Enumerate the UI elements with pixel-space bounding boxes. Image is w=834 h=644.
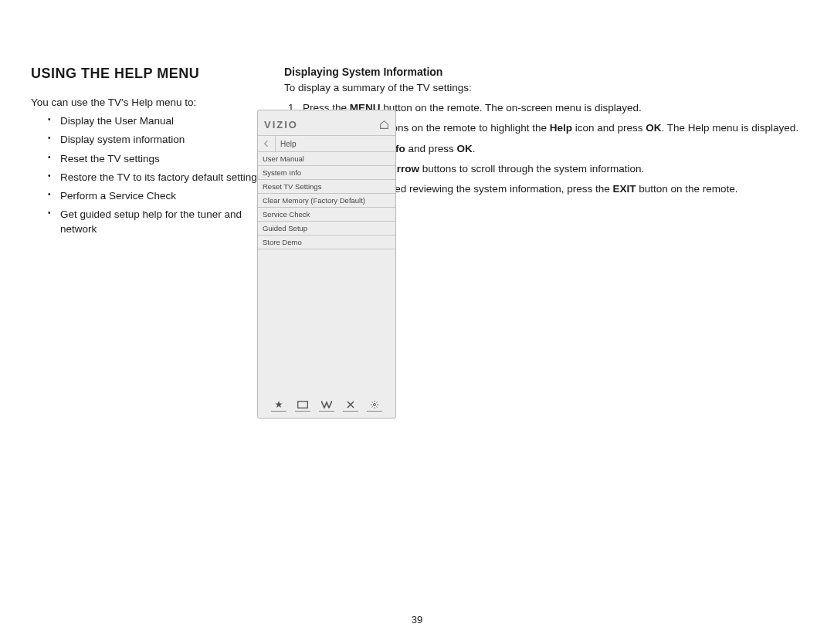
menu-item-user-manual[interactable]: User Manual <box>258 152 395 166</box>
home-icon[interactable] <box>379 120 389 130</box>
vizio-help-panel: VIZIO Help User Manual System Info Reset… <box>257 110 396 419</box>
star-icon[interactable] <box>271 398 286 412</box>
svg-rect-0 <box>298 402 308 408</box>
menu-item-store-demo[interactable]: Store Demo <box>258 236 395 249</box>
v-icon[interactable] <box>319 398 334 412</box>
gear-icon[interactable] <box>367 398 382 412</box>
intro-text: You can use the TV's Help menu to: <box>31 96 263 110</box>
section-intro: To display a summary of the TV settings: <box>284 81 803 95</box>
bullet-item: Restore the TV to its factory default se… <box>48 171 263 185</box>
menu-item-service-check[interactable]: Service Check <box>258 208 395 222</box>
back-icon[interactable] <box>258 136 276 151</box>
menu-item-system-info[interactable]: System Info <box>258 166 395 180</box>
bullet-item: Display the User Manual <box>48 114 263 128</box>
bullet-item: Get guided setup help for the tuner and … <box>48 208 263 236</box>
bullet-item: Perform a Service Check <box>48 189 263 203</box>
section-title: Displaying System Information <box>284 66 803 78</box>
bullet-item: Display system information <box>48 133 263 147</box>
cc-icon[interactable] <box>295 398 310 412</box>
brand-label: VIZIO <box>264 119 298 130</box>
menu-item-guided-setup[interactable]: Guided Setup <box>258 222 395 236</box>
page-heading: USING THE HELP MENU <box>31 66 263 82</box>
bullet-item: Reset the TV settings <box>48 152 263 166</box>
page-number: 39 <box>0 614 834 625</box>
menu-item-clear-memory[interactable]: Clear Memory (Factory Default) <box>258 194 395 208</box>
close-icon[interactable] <box>343 398 358 412</box>
menu-item-reset-tv[interactable]: Reset TV Settings <box>258 180 395 194</box>
svg-point-1 <box>373 404 375 406</box>
panel-title: Help <box>276 140 297 148</box>
